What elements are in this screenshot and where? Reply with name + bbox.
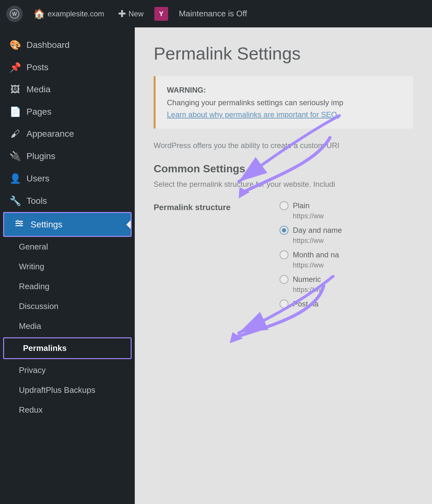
sidebar-item-users[interactable]: 👤 Users	[0, 167, 135, 190]
label-month-name: Month and na	[293, 250, 339, 259]
option-plain: Plain https://ww	[280, 201, 413, 220]
sidebar-item-appearance[interactable]: 🖌 Appearance	[0, 123, 135, 145]
media-icon: 🖼	[9, 84, 21, 95]
option-post-name: Post na	[280, 300, 413, 308]
warning-link[interactable]: Learn about why permalinks are important…	[167, 110, 339, 119]
main-layout: 🎨 Dashboard 📌 Posts 🖼 Media 📄 Pages 🖌 Ap…	[0, 27, 432, 504]
structure-label: Permalink structure	[154, 201, 280, 212]
warning-text: Changing your permalinks settings can se…	[167, 98, 402, 107]
subnav-redux[interactable]: Redux	[0, 400, 135, 420]
settings-icon	[14, 219, 25, 230]
sidebar-nav: 🎨 Dashboard 📌 Posts 🖼 Media 📄 Pages 🖌 Ap…	[0, 27, 135, 426]
plugins-icon: 🔌	[9, 151, 21, 162]
sidebar-item-plugins[interactable]: 🔌 Plugins	[0, 145, 135, 167]
svg-rect-5	[17, 220, 18, 222]
intro-text: WordPress offers you the ability to crea…	[154, 141, 413, 150]
option-numeric: Numeric https://ww	[280, 275, 413, 294]
plus-icon: ✚	[118, 8, 126, 19]
new-button[interactable]: ✚ New	[115, 6, 147, 21]
subnav-updraftplus[interactable]: UpdraftPlus Backups	[0, 380, 135, 400]
radio-plain[interactable]	[280, 201, 288, 210]
svg-rect-4	[15, 225, 23, 226]
svg-rect-2	[15, 221, 23, 222]
site-link[interactable]: 🏠 examplesite.com	[30, 6, 107, 21]
label-numeric: Numeric	[293, 275, 321, 284]
sidebar-item-settings[interactable]: Settings	[4, 213, 131, 236]
main-content: Permalink Settings WARNING: Changing you…	[135, 27, 432, 504]
svg-rect-3	[15, 223, 23, 224]
label-post-name: Post na	[293, 300, 318, 308]
maintenance-label: Maintenance is Off	[179, 9, 247, 19]
radio-month-name[interactable]	[280, 250, 288, 259]
settings-outline: Settings	[3, 212, 132, 237]
new-label: New	[128, 9, 144, 18]
site-name: examplesite.com	[48, 9, 104, 18]
page-title: Permalink Settings	[154, 43, 413, 64]
subnav-media[interactable]: Media	[0, 316, 135, 336]
svg-text:W: W	[12, 11, 17, 17]
sidebar-item-dashboard[interactable]: 🎨 Dashboard	[0, 34, 135, 56]
url-numeric: https://ww	[280, 286, 413, 294]
subnav-discussion[interactable]: Discussion	[0, 296, 135, 316]
dashboard-icon: 🎨	[9, 39, 21, 50]
sidebar-item-pages[interactable]: 📄 Pages	[0, 100, 135, 123]
subnav-permalinks[interactable]: Permalinks	[4, 338, 131, 358]
radio-options: Plain https://ww Day and name https://ww	[280, 201, 413, 308]
subnav-general[interactable]: General	[0, 237, 135, 257]
option-month-name: Month and na https://ww	[280, 250, 413, 269]
maintenance-status[interactable]: Maintenance is Off	[176, 7, 250, 20]
sidebar-item-posts[interactable]: 📌 Posts	[0, 56, 135, 78]
radio-day-name[interactable]	[280, 226, 288, 235]
subnav-writing[interactable]: Writing	[0, 257, 135, 277]
yoast-icon[interactable]: Y	[154, 7, 168, 21]
radio-post-name[interactable]	[280, 300, 288, 308]
sidebar-item-tools[interactable]: 🔧 Tools	[0, 190, 135, 212]
content-area: Permalink Settings WARNING: Changing you…	[135, 27, 432, 504]
label-day-name: Day and name	[293, 226, 342, 235]
home-icon: 🏠	[33, 8, 45, 19]
permalinks-outline: Permalinks	[3, 337, 132, 359]
sidebar-item-media[interactable]: 🖼 Media	[0, 78, 135, 100]
radio-numeric[interactable]	[280, 275, 288, 284]
structure-row: Permalink structure Plain https://ww	[154, 201, 413, 308]
settings-label: Settings	[31, 220, 62, 230]
users-icon: 👤	[9, 173, 21, 184]
common-settings-desc: Select the permalink structure for your …	[154, 180, 413, 189]
url-plain: https://ww	[280, 212, 413, 220]
option-day-name: Day and name https://ww	[280, 226, 413, 245]
label-plain: Plain	[293, 201, 310, 210]
subnav-reading[interactable]: Reading	[0, 277, 135, 296]
url-day-name: https://ww	[280, 237, 413, 245]
tools-icon: 🔧	[9, 195, 21, 206]
sidebar: 🎨 Dashboard 📌 Posts 🖼 Media 📄 Pages 🖌 Ap…	[0, 27, 135, 504]
subnav-privacy[interactable]: Privacy	[0, 360, 135, 380]
svg-rect-6	[20, 222, 21, 225]
wp-logo[interactable]: W	[6, 6, 23, 22]
posts-icon: 📌	[9, 62, 21, 73]
common-settings-title: Common Settings	[154, 163, 413, 175]
admin-bar: W 🏠 examplesite.com ✚ New Y Maintenance …	[0, 0, 432, 27]
url-month-name: https://ww	[280, 261, 413, 269]
warning-title: WARNING:	[167, 86, 402, 94]
pages-icon: 📄	[9, 106, 21, 117]
warning-box: WARNING: Changing your permalinks settin…	[154, 76, 413, 129]
appearance-icon: 🖌	[9, 129, 21, 139]
